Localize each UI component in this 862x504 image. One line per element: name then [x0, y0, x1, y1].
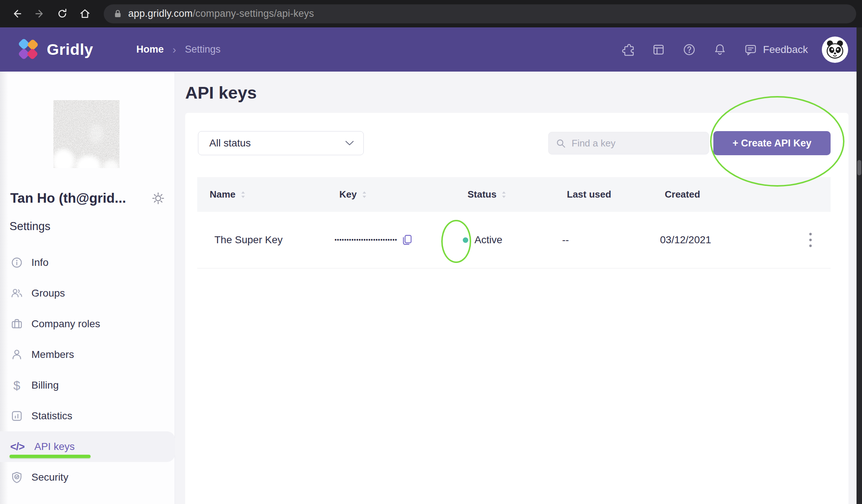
search-icon [556, 138, 566, 148]
search-input[interactable] [572, 138, 701, 149]
status-filter-value: All status [209, 137, 345, 149]
logo-text: Gridly [47, 41, 93, 58]
statistics-icon [10, 409, 23, 423]
reload-icon[interactable] [54, 6, 70, 22]
sidebar-item-api-keys[interactable]: </> API keys [0, 431, 175, 462]
sidebar-item-label: Groups [31, 287, 65, 299]
search-box[interactable] [548, 132, 709, 154]
status-badge: Active [474, 234, 502, 246]
column-label: Name [210, 189, 236, 200]
last-used-cell: -- [562, 234, 660, 246]
help-icon[interactable] [682, 42, 697, 57]
status-active-dot [463, 237, 468, 243]
column-label: Status [468, 189, 496, 200]
sort-icon[interactable] [362, 191, 367, 199]
created-cell: 03/12/2021 [660, 234, 711, 246]
sidebar-item-label: Security [31, 471, 68, 483]
column-header-name[interactable]: Name [210, 189, 339, 200]
column-label: Key [339, 189, 357, 200]
sidebar-item-label: Company roles [31, 318, 100, 330]
key-name-cell: The Super Key [210, 234, 335, 246]
sidebar-item-statistics[interactable]: Statistics [0, 401, 175, 431]
gear-icon[interactable] [151, 191, 165, 205]
chevron-right-icon: › [172, 43, 176, 56]
status-cell: Active [463, 234, 562, 246]
table-header: Name Key Status Last used Created [197, 177, 831, 212]
column-header-key[interactable]: Key [339, 189, 468, 200]
api-key-row[interactable]: The Super Key ••••••••••••••••••••••••••… [197, 212, 831, 268]
user-name: Tan Ho (th@grid... [10, 191, 149, 206]
app-root: app.gridly.com/company-settings/api-keys… [0, 0, 862, 504]
forward-icon[interactable] [31, 6, 47, 22]
feedback-label[interactable]: Feedback [763, 44, 808, 56]
column-header-last-used: Last used [567, 189, 665, 200]
url-domain: app.gridly.com [128, 8, 192, 19]
gridly-logo[interactable]: Gridly [14, 35, 93, 64]
scrollbar-thumb[interactable] [857, 160, 861, 175]
page-scrollbar[interactable] [857, 27, 862, 504]
home-icon[interactable] [77, 6, 93, 22]
sidebar-item-security[interactable]: Security [0, 462, 175, 493]
sort-icon[interactable] [501, 191, 506, 199]
sidebar-item-company-roles[interactable]: Company roles [0, 309, 175, 339]
sidebar-item-members[interactable]: Members [0, 339, 175, 370]
sidebar-section-title: Settings [9, 220, 50, 233]
panda-avatar [824, 39, 846, 61]
browser-bar: app.gridly.com/company-settings/api-keys [0, 0, 862, 27]
back-icon[interactable] [9, 6, 25, 22]
sidebar-item-label: Members [31, 349, 74, 360]
sidebar-nav: Info Groups Company roles Members [0, 247, 175, 493]
code-icon: </> [10, 441, 26, 453]
layout-icon[interactable] [651, 42, 666, 57]
info-icon [10, 256, 23, 269]
masked-key: •••••••••••••••••••••••••• [335, 237, 397, 243]
chevron-down-icon [345, 141, 354, 146]
breadcrumb: Home › Settings [136, 43, 221, 56]
sidebar-item-label: Info [31, 257, 49, 268]
sort-icon[interactable] [241, 191, 245, 199]
breadcrumb-home[interactable]: Home [136, 44, 164, 55]
dollar-icon: $ [10, 379, 23, 392]
app-header: Gridly Home › Settings Feedback [0, 27, 862, 72]
copy-key-icon[interactable] [401, 234, 413, 246]
sidebar-item-label: Billing [31, 379, 59, 391]
create-api-key-button[interactable]: + Create API Key [713, 131, 831, 155]
column-label: Created [665, 189, 700, 200]
column-label: Last used [567, 189, 611, 200]
key-value-cell: •••••••••••••••••••••••••• [335, 234, 463, 246]
bell-icon[interactable] [713, 42, 727, 57]
member-icon [10, 348, 23, 361]
briefcase-icon [10, 317, 23, 331]
row-more-options-icon[interactable] [809, 232, 812, 248]
user-avatar-image [53, 100, 119, 168]
url-path: /company-settings/api-keys [192, 8, 314, 19]
user-row: Tan Ho (th@grid... [10, 191, 165, 206]
groups-icon [10, 287, 23, 300]
breadcrumb-settings[interactable]: Settings [185, 44, 221, 55]
sidebar: Tan Ho (th@grid... Settings Info [0, 72, 175, 504]
puzzle-icon[interactable] [621, 42, 635, 57]
api-keys-card: All status + Create API Key Name Key [185, 113, 848, 504]
page-title: API keys [185, 83, 257, 103]
sidebar-item-label: API keys [34, 441, 75, 453]
sidebar-item-groups[interactable]: Groups [0, 278, 175, 309]
gridly-logo-icon [14, 35, 42, 64]
column-header-status[interactable]: Status [468, 189, 567, 200]
sidebar-item-label: Statistics [31, 410, 72, 422]
status-filter-select[interactable]: All status [198, 131, 364, 155]
lock-icon [114, 9, 122, 18]
sidebar-item-billing[interactable]: $ Billing [0, 370, 175, 401]
sidebar-item-info[interactable]: Info [0, 247, 175, 278]
feedback-icon[interactable] [743, 42, 758, 57]
shield-icon [10, 471, 23, 484]
url-bar[interactable]: app.gridly.com/company-settings/api-keys [104, 4, 856, 23]
main-content: API keys All status + Create API Key Nam… [175, 72, 862, 504]
user-menu-avatar[interactable] [822, 37, 848, 63]
url-text: app.gridly.com/company-settings/api-keys [128, 8, 314, 19]
annotation-underline [9, 455, 91, 458]
controls-row: All status + Create API Key [198, 131, 831, 155]
header-actions: Feedback [604, 37, 848, 63]
column-header-created: Created [665, 189, 700, 200]
